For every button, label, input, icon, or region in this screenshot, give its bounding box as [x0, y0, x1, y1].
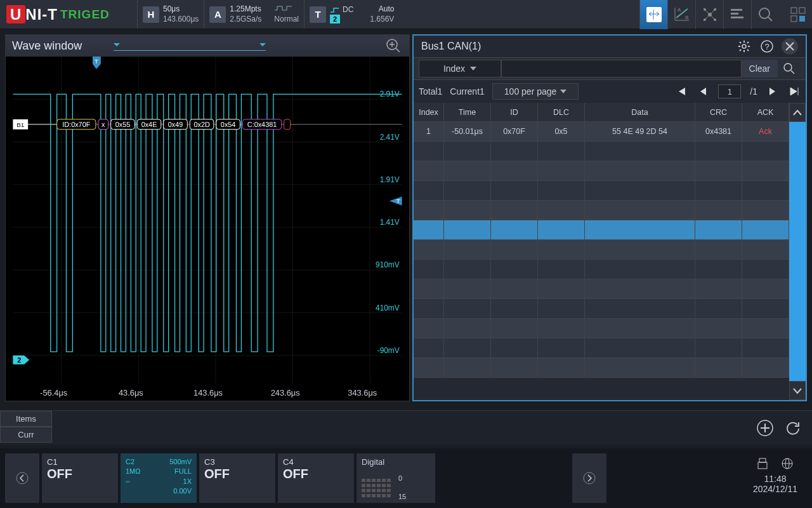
- channel-c2-box[interactable]: C2500mV 1MΩFULL ⎓1X 0.00V: [121, 453, 197, 503]
- search-tool-icon[interactable]: [751, 0, 779, 29]
- gear-icon[interactable]: [736, 38, 752, 55]
- xy-tool-icon[interactable]: AB: [667, 0, 695, 29]
- table-row[interactable]: [414, 260, 789, 279]
- col-ack[interactable]: ACK: [742, 103, 789, 122]
- bars-tool-icon[interactable]: [723, 0, 751, 29]
- table-row-selected[interactable]: [414, 220, 789, 240]
- table-row[interactable]: [414, 338, 789, 358]
- svg-text:1.91V: 1.91V: [380, 175, 400, 184]
- col-crc[interactable]: CRC: [695, 103, 742, 122]
- table-row[interactable]: [414, 299, 789, 319]
- acquisition-segment[interactable]: A 1.25Mpts 2.5GSa/s Normal: [204, 0, 304, 29]
- svg-text:-90mV: -90mV: [377, 346, 400, 355]
- scroll-channels-right-icon[interactable]: [572, 453, 606, 503]
- channel-c3-box[interactable]: C3 OFF: [199, 453, 275, 503]
- channel-c4-box[interactable]: C4 OFF: [278, 453, 354, 503]
- trigger-mode: Auto: [370, 4, 394, 15]
- coupling-icon: ⎓: [126, 477, 130, 486]
- next-page-icon[interactable]: [766, 85, 779, 98]
- svg-rect-94: [372, 489, 376, 492]
- scroll-up-icon[interactable]: [789, 103, 806, 122]
- table-row[interactable]: [414, 319, 789, 338]
- trigger-level: 1.656V: [370, 15, 394, 25]
- svg-point-79: [16, 472, 28, 484]
- svg-rect-0: [646, 7, 662, 22]
- svg-rect-90: [382, 484, 386, 487]
- close-icon[interactable]: [782, 38, 798, 55]
- tab-items[interactable]: Items: [0, 411, 52, 427]
- trigger-position-marker[interactable]: T: [93, 57, 101, 69]
- waveform-graticule[interactable]: T T 2 B1 ID:0x70F x 0x55 0x4E 0x: [6, 57, 409, 401]
- svg-rect-92: [362, 489, 365, 492]
- col-time[interactable]: Time: [444, 103, 491, 122]
- channel-c1-box[interactable]: C1 OFF: [42, 453, 118, 503]
- filter-input[interactable]: [501, 60, 742, 77]
- first-page-icon[interactable]: [675, 85, 688, 98]
- svg-text:B: B: [685, 15, 688, 20]
- svg-text:243.6μs: 243.6μs: [271, 388, 300, 398]
- cursor-tool-icon[interactable]: [639, 0, 667, 29]
- svg-rect-12: [791, 8, 797, 13]
- table-row[interactable]: [414, 181, 789, 201]
- table-row[interactable]: [414, 201, 789, 220]
- table-row[interactable]: [414, 142, 789, 161]
- timebase-value: 50μs: [163, 4, 199, 15]
- perpage-select[interactable]: 100 per page: [492, 83, 579, 100]
- table-scrollbar[interactable]: [789, 103, 806, 400]
- clock-box[interactable]: 11:48 2024/12/11: [743, 453, 807, 503]
- svg-rect-82: [372, 479, 376, 482]
- filter-field-select[interactable]: Index: [419, 60, 501, 77]
- zoom-icon[interactable]: [384, 36, 403, 55]
- svg-line-72: [747, 50, 749, 51]
- trigger-level-marker[interactable]: T: [390, 197, 402, 206]
- svg-text:343.6μs: 343.6μs: [348, 388, 377, 398]
- table-row[interactable]: [414, 240, 789, 260]
- col-dlc[interactable]: DLC: [538, 103, 585, 122]
- apps-icon[interactable]: [784, 0, 812, 29]
- scroll-down-icon[interactable]: [789, 381, 806, 400]
- filter-search-icon[interactable]: [778, 60, 801, 77]
- scroll-channels-left-icon[interactable]: [5, 453, 39, 503]
- refresh-icon[interactable]: [783, 418, 803, 438]
- prev-page-icon[interactable]: [697, 85, 709, 98]
- measurement-bar: Items Curr: [0, 410, 812, 444]
- svg-point-7: [714, 18, 716, 21]
- decode-table: Index Time ID DLC Data CRC ACK 1 -50.01μ…: [414, 103, 789, 400]
- table-row[interactable]: [414, 161, 789, 181]
- add-measurement-icon[interactable]: [755, 418, 775, 438]
- decode-overlay: ID:0x70F x 0x55 0x4E 0x49 0x2D 0x54 C:0x…: [57, 119, 402, 130]
- wave-title: Wave window: [12, 39, 82, 53]
- svg-rect-93: [367, 489, 370, 492]
- svg-line-74: [740, 50, 741, 51]
- acq-mode-value: Normal: [274, 15, 299, 25]
- digital-channels-box[interactable]: Digital 015: [357, 453, 435, 503]
- horizontal-segment[interactable]: H 50μs 143.600μs: [137, 0, 204, 29]
- svg-rect-81: [367, 479, 370, 482]
- svg-text:x: x: [102, 121, 105, 128]
- help-icon[interactable]: ?: [759, 38, 775, 55]
- table-row[interactable]: 1 -50.01μs 0x70F 0x5 55 4E 49 2D 54 0x43…: [414, 122, 789, 142]
- tab-curr[interactable]: Curr: [0, 427, 52, 443]
- svg-text:C:0x4381: C:0x4381: [247, 121, 277, 128]
- acq-wave-icon: [274, 4, 299, 15]
- svg-text:ID:0x70F: ID:0x70F: [62, 121, 90, 128]
- table-row[interactable]: [414, 279, 789, 299]
- svg-rect-80: [362, 479, 365, 482]
- wave-dropdown[interactable]: [114, 41, 266, 51]
- page-input[interactable]: 1: [718, 84, 741, 98]
- table-row[interactable]: [414, 358, 789, 378]
- trigger-segment[interactable]: T DC 2 Auto 1.656V: [304, 0, 399, 29]
- clock-time: 11:48: [743, 474, 807, 484]
- svg-rect-99: [367, 494, 370, 497]
- page-total: /1: [750, 86, 757, 97]
- reticle-tool-icon[interactable]: [695, 0, 723, 29]
- col-id[interactable]: ID: [491, 103, 538, 122]
- svg-rect-84: [382, 479, 386, 482]
- svg-point-11: [759, 8, 769, 18]
- ch2-ground-marker[interactable]: 2: [13, 356, 29, 364]
- svg-text:410mV: 410mV: [376, 304, 400, 312]
- col-data[interactable]: Data: [585, 103, 695, 122]
- last-page-icon[interactable]: [788, 85, 801, 98]
- clear-button[interactable]: Clear: [742, 60, 778, 77]
- col-index[interactable]: Index: [414, 103, 444, 122]
